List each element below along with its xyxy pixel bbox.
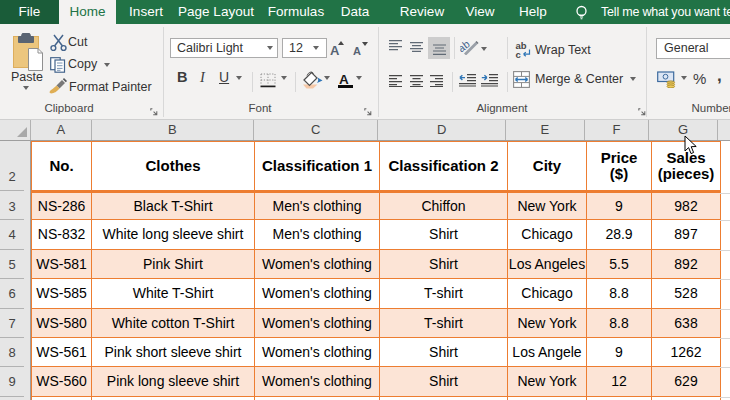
svg-text:c: c [516,49,521,59]
